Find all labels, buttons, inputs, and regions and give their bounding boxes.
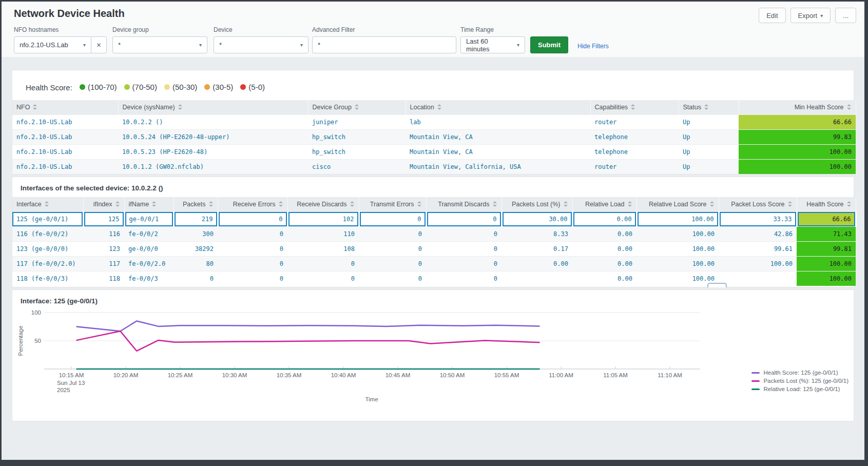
column-header-location[interactable]: Location bbox=[406, 100, 590, 115]
column-header-packets-lost[interactable]: Packets Lost (%) bbox=[501, 197, 572, 212]
column-header-status[interactable]: Status bbox=[679, 100, 739, 115]
column-header-label: Packet Loss Score bbox=[731, 201, 784, 208]
column-header-capabilities[interactable]: Capabilities bbox=[590, 100, 679, 115]
column-header-min-health-score[interactable]: Min Health Score bbox=[739, 100, 856, 115]
interface-cell: 0.00 bbox=[572, 271, 636, 286]
sort-icon bbox=[45, 201, 49, 207]
export-button-label: Export bbox=[798, 12, 818, 20]
interface-cell: ge-0/0/0 bbox=[124, 242, 173, 257]
submit-button[interactable]: Submit bbox=[530, 36, 568, 53]
sort-icon bbox=[437, 104, 442, 110]
interface-row[interactable]: 118 (fe-0/0/3)118fe-0/0/3000000.00100.00… bbox=[12, 271, 856, 286]
devices-table: NFODevice (sysName)Device GroupLocationC… bbox=[12, 100, 856, 174]
series-line bbox=[77, 331, 539, 351]
device-cell: hp_switch bbox=[308, 130, 406, 145]
caret-down-icon: ▾ bbox=[517, 42, 519, 48]
chart-legend-label: Packets Lost (%): 125 (ge-0/0/1) bbox=[763, 378, 848, 384]
column-header-ifname[interactable]: ifName bbox=[124, 197, 173, 212]
column-header-relative-load[interactable]: Relative Load bbox=[572, 197, 636, 212]
y-tick-label: 50 bbox=[34, 338, 41, 344]
column-header-nfo[interactable]: NFO bbox=[12, 100, 118, 115]
export-button[interactable]: Export ▾ bbox=[790, 8, 831, 23]
interface-cell: 100.00 bbox=[636, 271, 719, 286]
interface-row[interactable]: 123 (ge-0/0/0)123ge-0/0/0382920108000.17… bbox=[12, 242, 856, 257]
column-header-device-group[interactable]: Device Group bbox=[308, 100, 406, 115]
column-header-transmit-discards[interactable]: Transmit Discards bbox=[426, 197, 501, 212]
pagination-stub[interactable] bbox=[707, 283, 727, 287]
caret-down-icon: ▾ bbox=[820, 13, 823, 18]
sort-icon bbox=[152, 201, 157, 207]
interface-cell: 33.33 bbox=[719, 212, 797, 227]
column-header-packet-loss-score[interactable]: Packet Loss Score bbox=[719, 197, 797, 212]
device-cell: cisco bbox=[308, 160, 406, 174]
column-header-relative-load-score[interactable]: Relative Load Score bbox=[636, 197, 719, 212]
devices-table-header-row: NFODevice (sysName)Device GroupLocationC… bbox=[12, 100, 856, 115]
table-row[interactable]: nfo.2.10-US.Lab10.0.2.2 ()juniperlabrout… bbox=[12, 115, 856, 130]
column-header-ifindex[interactable]: ifIndex bbox=[83, 197, 124, 212]
device-value: * bbox=[219, 41, 222, 49]
sort-icon bbox=[350, 201, 355, 207]
interface-row[interactable]: 125 (ge-0/0/1)125ge-0/0/121901020030.000… bbox=[12, 212, 856, 227]
column-header-label: Capabilities bbox=[595, 104, 628, 111]
time-range-value: Last 60 minutes bbox=[466, 37, 513, 53]
interface-cell: 117 bbox=[83, 257, 124, 271]
table-row[interactable]: nfo.2.10-US.Lab10.0.5.24 (HP-E2620-48-up… bbox=[12, 130, 856, 145]
chart-legend-item[interactable]: Relative Load: 125 (ge-0/0/1) bbox=[751, 386, 848, 392]
interface-row[interactable]: 116 (fe-0/0/2)116fe-0/0/23000110008.330.… bbox=[12, 227, 856, 242]
sort-icon bbox=[631, 104, 635, 110]
x-tick-label: 10:15 AM bbox=[59, 372, 84, 378]
column-header-receive-errors[interactable]: Receive Errors bbox=[218, 197, 287, 212]
legend-dot-icon bbox=[164, 84, 170, 90]
column-header-health-score[interactable]: Health Score bbox=[797, 197, 856, 212]
column-header-transmit-errors[interactable]: Transmit Errors bbox=[359, 197, 426, 212]
chart-legend-item[interactable]: Health Score: 125 (ge-0/0/1) bbox=[751, 370, 848, 376]
sort-icon bbox=[493, 201, 497, 207]
advanced-filter-input[interactable] bbox=[312, 36, 456, 53]
interface-row[interactable]: 117 (fe-0/0/2.0)117fe-0/0/2.08000000.000… bbox=[12, 257, 856, 271]
clear-filter-button[interactable]: ✕ bbox=[91, 36, 107, 53]
chart-title: Interface: 125 (ge-0/0/1) bbox=[12, 290, 854, 310]
dashboard: Network Device Health Edit Export ▾ ... … bbox=[0, 0, 868, 466]
device-cell: router bbox=[590, 160, 679, 174]
interface-cell: 123 (ge-0/0/0) bbox=[12, 242, 83, 257]
interface-chart-svg: 5010010:15 AM10:20 AM10:25 AM10:30 AM10:… bbox=[12, 310, 855, 409]
more-button[interactable]: ... bbox=[835, 8, 856, 23]
legend-line-icon bbox=[751, 372, 760, 374]
time-range-select[interactable]: Last 60 minutes ▾ bbox=[460, 36, 525, 53]
device-group-select[interactable]: * ▾ bbox=[112, 36, 207, 53]
interface-cell: 123 bbox=[83, 242, 124, 257]
column-header-label: ifName bbox=[129, 201, 149, 208]
interface-cell: ge-0/0/1 bbox=[124, 212, 173, 227]
interface-cell: fe-0/0/3 bbox=[124, 271, 173, 286]
nfo-hostnames-select[interactable]: nfo.2.10-US.Lab ▾ bbox=[14, 36, 91, 53]
chart-legend-item[interactable]: Packets Lost (%): 125 (ge-0/0/1) bbox=[751, 378, 848, 384]
column-header-device-sysname[interactable]: Device (sysName) bbox=[118, 100, 308, 115]
column-header-label: Packets Lost (%) bbox=[512, 201, 560, 208]
column-header-packets[interactable]: Packets bbox=[173, 197, 218, 212]
interface-cell bbox=[719, 271, 797, 286]
interface-cell: 42.86 bbox=[719, 227, 797, 242]
interface-cell: 100.00 bbox=[636, 227, 719, 242]
device-cell: nfo.2.10-US.Lab bbox=[12, 160, 118, 174]
x-axis-date-label: Sun Jul 13 bbox=[57, 380, 85, 386]
sort-icon bbox=[33, 104, 37, 110]
x-tick-label: 10:25 AM bbox=[168, 372, 193, 378]
interface-cell: 0 bbox=[426, 271, 501, 286]
table-row[interactable]: nfo.2.10-US.Lab10.0.1.2 (GW02.nfclab)cis… bbox=[12, 160, 856, 174]
interface-cell: 0 bbox=[426, 257, 501, 271]
health-legend-item: (5-0) bbox=[240, 83, 265, 91]
hide-filters-link[interactable]: Hide Filters bbox=[577, 43, 609, 50]
device-filter: Device * ▾ bbox=[214, 26, 308, 53]
device-cell: nfo.2.10-US.Lab bbox=[12, 130, 118, 145]
device-group-filter: Device group * ▾ bbox=[112, 26, 207, 53]
edit-button[interactable]: Edit bbox=[759, 8, 785, 23]
column-header-receive-discards[interactable]: Receive Discards bbox=[287, 197, 359, 212]
device-select[interactable]: * ▾ bbox=[214, 36, 308, 53]
sort-icon bbox=[788, 201, 793, 207]
column-header-label: Relative Load Score bbox=[649, 201, 707, 208]
interface-cell: 117 (fe-0/0/2.0) bbox=[12, 257, 83, 271]
x-tick-label: 10:30 AM bbox=[222, 372, 247, 378]
column-header-interface[interactable]: Interface bbox=[12, 197, 83, 212]
table-row[interactable]: nfo.2.10-US.Lab10.0.5.23 (HP-E2620-48)hp… bbox=[12, 145, 856, 160]
y-tick-label: 100 bbox=[31, 310, 41, 316]
